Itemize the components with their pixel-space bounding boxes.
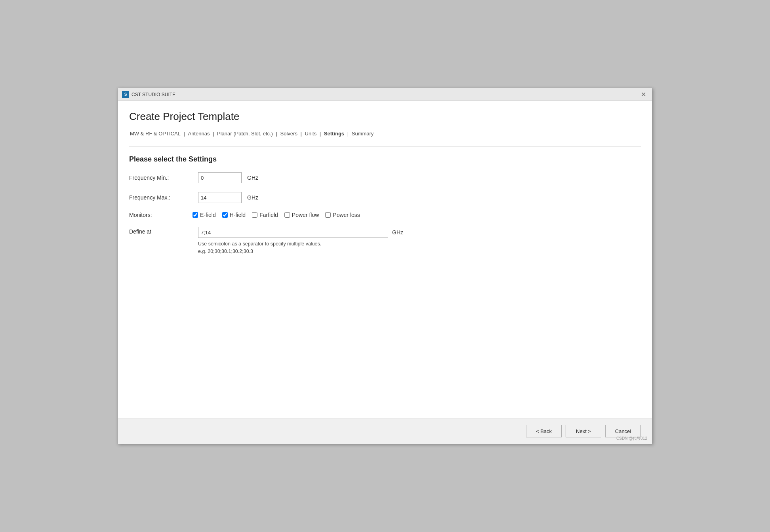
next-button[interactable]: Next > — [566, 425, 601, 437]
divider — [129, 146, 641, 146]
define-input[interactable] — [198, 227, 388, 238]
breadcrumb-sep-5: | — [320, 131, 322, 137]
freq-min-input[interactable] — [198, 172, 242, 183]
monitor-powerloss-label: Power loss — [333, 212, 360, 218]
close-button[interactable]: ✕ — [638, 90, 648, 99]
freq-min-unit: GHz — [247, 175, 258, 181]
breadcrumb-item-solvers: Solvers — [280, 131, 297, 137]
monitor-farfield-label: Farfield — [259, 212, 278, 218]
breadcrumb-item-settings: Settings — [324, 131, 344, 137]
hint-text: Use semicolon as a separator to specify … — [198, 240, 403, 255]
breadcrumb-item-units: Units — [305, 131, 317, 137]
page-title: Create Project Template — [129, 110, 641, 123]
breadcrumb-sep-6: | — [347, 131, 350, 137]
freq-max-unit: GHz — [247, 194, 258, 201]
title-bar: S CST STUDIO SUITE ✕ — [118, 88, 652, 101]
freq-min-row: Frequency Min.: GHz — [129, 172, 641, 183]
app-icon: S — [122, 91, 129, 98]
main-content: Create Project Template MW & RF & OPTICA… — [118, 101, 652, 418]
breadcrumb-item-mw: MW & RF & OPTICAL — [130, 131, 181, 137]
breadcrumb-sep-2: | — [213, 131, 215, 137]
breadcrumb-item-antennas: Antennas — [188, 131, 210, 137]
breadcrumb-item-summary: Summary — [352, 131, 374, 137]
define-label: Define at — [129, 227, 192, 235]
freq-min-label: Frequency Min.: — [129, 175, 192, 181]
define-input-row: GHz — [198, 227, 403, 238]
bottom-bar: < Back Next > Cancel — [118, 418, 652, 444]
monitor-powerflow-checkbox[interactable] — [284, 212, 290, 218]
monitor-efield[interactable]: E-field — [192, 212, 216, 218]
breadcrumb-item-planar: Planar (Patch, Slot, etc.) — [217, 131, 273, 137]
monitor-efield-checkbox[interactable] — [192, 212, 198, 218]
back-button[interactable]: < Back — [526, 425, 562, 437]
define-row: Define at GHz Use semicolon as a separat… — [129, 227, 641, 255]
monitors-label: Monitors: — [129, 212, 192, 218]
app-title: CST STUDIO SUITE — [132, 92, 175, 97]
monitor-hfield[interactable]: H-field — [222, 212, 246, 218]
monitor-farfield-checkbox[interactable] — [252, 212, 257, 218]
freq-max-input[interactable] — [198, 192, 242, 203]
monitor-hfield-checkbox[interactable] — [222, 212, 228, 218]
title-bar-left: S CST STUDIO SUITE — [122, 91, 175, 98]
freq-max-label: Frequency Max.: — [129, 194, 192, 201]
freq-max-row: Frequency Max.: GHz — [129, 192, 641, 203]
breadcrumb-sep-4: | — [301, 131, 303, 137]
define-unit: GHz — [392, 229, 403, 236]
breadcrumb-sep-3: | — [276, 131, 279, 137]
breadcrumb: MW & RF & OPTICAL | Antennas | Planar (P… — [129, 131, 641, 137]
monitors-options: E-field H-field Farfield Power flow — [192, 212, 360, 218]
hint-line2: e.g. 20;30;30.1;30.2;30.3 — [198, 248, 403, 255]
monitors-row: Monitors: E-field H-field Farfield — [129, 212, 641, 218]
watermark: CSDN @代号012 — [616, 436, 647, 441]
monitor-powerflow-label: Power flow — [292, 212, 319, 218]
monitor-powerloss-checkbox[interactable] — [325, 212, 331, 218]
monitor-powerloss[interactable]: Power loss — [325, 212, 360, 218]
section-title: Please select the Settings — [129, 155, 641, 163]
monitor-hfield-label: H-field — [230, 212, 246, 218]
define-input-area: GHz Use semicolon as a separator to spec… — [198, 227, 403, 255]
form-area: Frequency Min.: GHz Frequency Max.: GHz … — [129, 172, 641, 255]
hint-line1: Use semicolon as a separator to specify … — [198, 240, 403, 248]
monitor-powerflow[interactable]: Power flow — [284, 212, 319, 218]
breadcrumb-sep-1: | — [183, 131, 186, 137]
monitor-efield-label: E-field — [200, 212, 216, 218]
main-window: S CST STUDIO SUITE ✕ Create Project Temp… — [118, 88, 652, 444]
monitor-farfield[interactable]: Farfield — [252, 212, 278, 218]
